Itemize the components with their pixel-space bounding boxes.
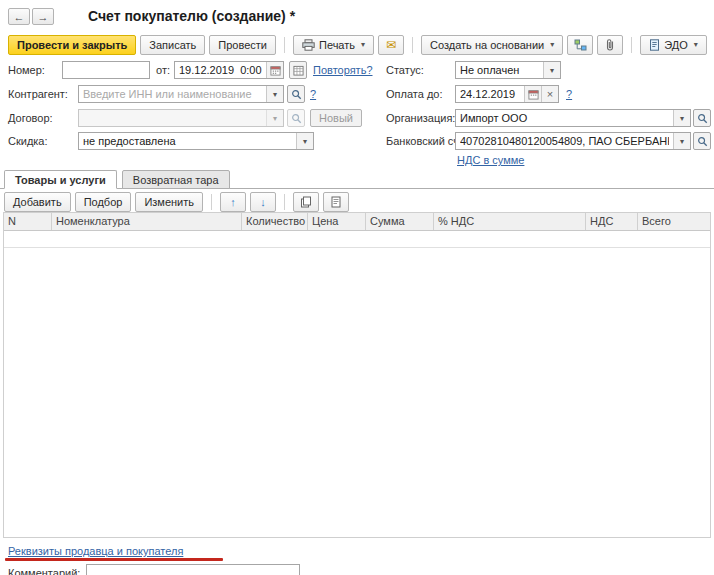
edo-button[interactable]: ЭДО ▾ [640,35,707,55]
discount-combobox[interactable]: ▾ [78,132,314,150]
envelope-icon: ✉ [386,39,396,51]
number-field[interactable] [62,61,150,79]
vat-mode-link[interactable]: НДС в сумме [457,154,524,166]
edo-button-label: ЭДО [664,39,688,51]
table-toolbar: Добавить Подбор Изменить ↑ ↓ [4,192,349,212]
clear-icon[interactable]: × [541,86,558,102]
forward-arrow-icon: → [38,11,49,23]
nav-buttons: ← → [8,8,54,25]
status-input[interactable] [456,62,543,78]
grid-body[interactable] [4,248,710,572]
column-header-quantity[interactable]: Количество [242,213,308,230]
add-row-button[interactable]: Добавить [4,192,71,212]
post-and-close-button[interactable]: Провести и закрыть [8,35,136,55]
contract-lookup-button [287,109,305,127]
contract-input [79,110,266,126]
counterparty-input[interactable] [79,86,266,102]
related-documents-button[interactable] [567,35,593,55]
write-button[interactable]: Записать [140,35,205,55]
copy-row-button[interactable] [293,192,319,212]
red-marker-annotation [5,558,223,561]
date-field[interactable] [174,61,284,79]
seller-buyer-details-link[interactable]: Реквизиты продавца и покупателя [8,545,183,557]
column-header-price[interactable]: Цена [308,213,366,230]
toolbar-separator [211,194,212,210]
main-toolbar: Провести и закрыть Записать Провести Печ… [8,35,707,55]
bank-account-input[interactable] [456,133,673,149]
chevron-down-icon[interactable]: ▾ [296,133,313,149]
discount-input[interactable] [79,133,296,149]
pay-until-field[interactable]: × [455,85,559,103]
send-email-button[interactable]: ✉ [378,35,404,55]
tab-strip: Товары и услуги Возвратная тара [0,169,714,189]
calendar-icon[interactable] [266,62,283,78]
bank-account-combobox[interactable]: ▾ [455,132,691,150]
organization-lookup-button[interactable] [693,109,711,127]
pick-button[interactable]: Подбор [75,192,132,212]
contract-label: Договор: [8,112,53,124]
print-button[interactable]: Печать ▾ [293,35,374,55]
move-up-button[interactable]: ↑ [220,192,246,212]
chevron-down-icon[interactable]: ▾ [543,62,560,78]
chevron-down-icon: ▾ [550,41,554,49]
pay-until-input[interactable] [456,86,524,102]
date-input[interactable] [175,62,266,78]
printer-icon [302,39,315,51]
status-label: Статус: [386,64,424,76]
forward-button[interactable]: → [32,8,54,25]
column-header-nomenclature[interactable]: Номенклатура [52,213,242,230]
copy-icon [300,196,312,208]
organization-input[interactable] [456,110,673,126]
toolbar-separator [631,37,632,53]
chevron-down-icon: ▾ [266,110,283,126]
column-header-vat-percent[interactable]: % НДС [434,213,586,230]
chevron-down-icon: ▾ [361,41,365,49]
number-label: Номер: [8,64,45,76]
back-arrow-icon: ← [14,11,25,23]
counterparty-lookup-button[interactable] [287,85,305,103]
counterparty-help-link[interactable]: ? [310,88,316,100]
attachments-button[interactable] [597,35,623,55]
back-button[interactable]: ← [8,8,30,25]
post-button[interactable]: Провести [209,35,276,55]
comment-field[interactable] [86,564,300,575]
number-input[interactable] [63,62,149,78]
column-header-n[interactable]: N [4,213,52,230]
chevron-down-icon[interactable]: ▾ [266,86,283,102]
edit-row-button[interactable]: Изменить [135,192,203,212]
bank-account-lookup-button[interactable] [693,132,711,150]
toolbar-separator [284,194,285,210]
comment-input[interactable] [87,565,299,575]
move-down-button[interactable]: ↓ [250,192,276,212]
counterparty-label: Контрагент: [8,88,68,100]
column-header-vat[interactable]: НДС [586,213,638,230]
list-settings-button[interactable] [323,192,349,212]
chevron-down-icon[interactable]: ▾ [673,133,690,149]
grid-empty-row[interactable] [4,231,710,248]
chevron-down-icon[interactable]: ▾ [673,110,690,126]
date-label: от: [156,64,170,76]
structure-icon [574,39,587,51]
new-contract-button: Новый [310,109,362,127]
discount-label: Скидка: [8,135,48,147]
tab-returnable-packaging[interactable]: Возвратная тара [122,170,230,189]
arrow-down-icon: ↓ [260,197,266,208]
pay-until-help-link[interactable]: ? [566,88,572,100]
column-header-amount[interactable]: Сумма [366,213,434,230]
invoice-form-window: ← → Счет покупателю (создание) * Провест… [0,0,714,575]
open-calendar-button[interactable] [289,61,307,79]
toolbar-separator [412,37,413,53]
items-grid[interactable]: N Номенклатура Количество Цена Сумма % Н… [3,212,711,538]
repeat-link[interactable]: Повторять? [313,64,373,76]
create-based-on-label: Создать на основании [430,39,544,51]
toolbar-separator [284,37,285,53]
contract-combobox: ▾ [78,109,284,127]
tab-goods-services[interactable]: Товары и услуги [4,170,117,189]
create-based-on-button[interactable]: Создать на основании ▾ [421,35,563,55]
status-combobox[interactable]: ▾ [455,61,561,79]
calendar-icon[interactable] [524,86,541,102]
organization-combobox[interactable]: ▾ [455,109,691,127]
column-header-total[interactable]: Всего [638,213,710,230]
counterparty-combobox[interactable]: ▾ [78,85,284,103]
chevron-down-icon: ▾ [694,41,698,49]
